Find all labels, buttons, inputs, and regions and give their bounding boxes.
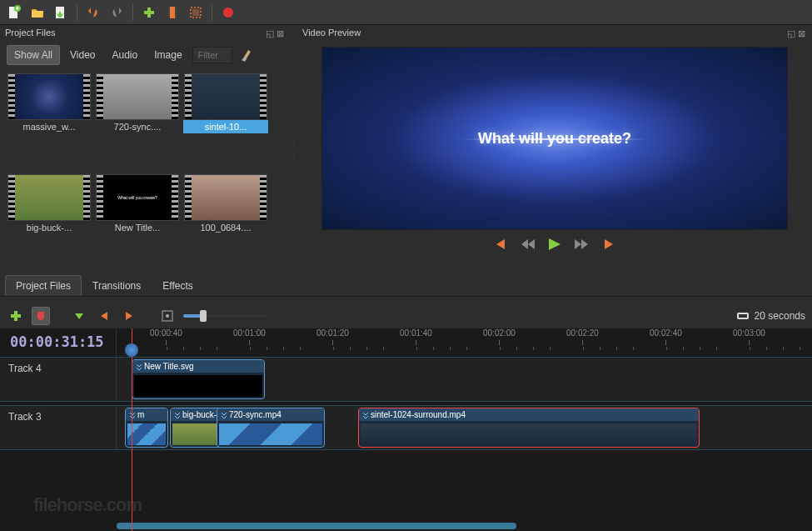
clip-thumb [134, 375, 262, 397]
save-file-button[interactable] [52, 3, 70, 22]
clear-filter-icon[interactable] [239, 47, 256, 63]
file-item[interactable]: 720-sync.... [95, 73, 180, 171]
project-files-header: Project Files ◱ ⊠ [0, 25, 291, 40]
file-item[interactable]: massive_w... [7, 73, 92, 171]
time-ruler[interactable]: 00:00:31:15 00:00:4000:01:0000:01:2000:0… [0, 328, 812, 357]
file-item[interactable]: What will you create? New Title... [95, 174, 180, 272]
file-thumbnail [7, 174, 91, 221]
snap-button[interactable] [32, 307, 50, 325]
filter-show-all[interactable]: Show All [7, 45, 60, 65]
undo-button[interactable] [84, 3, 102, 22]
file-item[interactable]: sintel-10... [183, 73, 268, 171]
watermark: filehorse.com [33, 494, 142, 516]
next-marker-button[interactable] [120, 307, 138, 325]
tab-effects[interactable]: Effects [152, 275, 203, 296]
main-split: Project Files ◱ ⊠ Show All Video Audio I… [0, 25, 812, 275]
file-item[interactable]: big-buck-... [7, 174, 92, 272]
file-label: sintel-10... [183, 120, 268, 133]
marker-button[interactable] [70, 307, 88, 325]
record-button[interactable] [219, 3, 237, 22]
close-icon[interactable]: ⊠ [276, 28, 286, 38]
timeline-clip[interactable]: 720-sync.mp4 [217, 408, 325, 448]
add-track-button[interactable] [7, 307, 25, 325]
drag-handle[interactable]: · · · · · · [0, 297, 812, 303]
time-mark: 00:01:00 [233, 328, 266, 338]
time-mark: 00:03:00 [733, 328, 765, 338]
timeline-toolbar: 20 seconds [0, 303, 812, 328]
track-header[interactable]: Track 4 [0, 358, 117, 401]
file-label: 100_0684.... [183, 221, 268, 234]
project-files-title: Project Files [5, 28, 56, 38]
redo-button[interactable] [107, 3, 126, 22]
add-button[interactable] [140, 3, 158, 22]
svg-rect-5 [175, 7, 177, 18]
file-thumbnail [184, 174, 267, 221]
clip-title: New Title.svg [132, 360, 264, 373]
jump-end-button[interactable] [600, 238, 616, 251]
crop-button[interactable] [187, 3, 205, 22]
playhead[interactable] [132, 328, 132, 531]
zoom-slider[interactable] [183, 314, 267, 318]
filter-input[interactable] [192, 47, 232, 63]
playback-controls [486, 230, 623, 258]
track-content[interactable]: New Title.svg [117, 358, 812, 401]
clip-thumb [127, 423, 166, 445]
track-header[interactable]: Track 3 [0, 406, 117, 449]
file-label: 720-sync.... [95, 120, 180, 133]
filter-image[interactable]: Image [147, 46, 188, 64]
time-mark: 00:01:20 [316, 328, 349, 338]
rewind-button[interactable] [520, 238, 536, 251]
timeline-scrollbar[interactable] [0, 521, 812, 531]
new-file-button[interactable] [5, 3, 23, 22]
file-label: big-buck-... [7, 221, 92, 234]
time-mark: 00:02:20 [566, 328, 599, 338]
jump-start-button[interactable] [493, 238, 510, 251]
svg-rect-12 [739, 314, 747, 318]
preview-video[interactable]: What will you create? [321, 47, 788, 230]
tab-transitions[interactable]: Transitions [82, 275, 152, 296]
video-preview-title: Video Preview [302, 28, 361, 38]
track-content[interactable]: m big-buck- 720-sync.mp4 sintel-1024-sur… [117, 406, 812, 449]
timeline-clip[interactable]: sintel-1024-surround.mp4 [358, 408, 700, 448]
file-label: massive_w... [7, 120, 92, 133]
preview-container: What will you create? [297, 40, 812, 275]
svg-point-10 [166, 314, 169, 318]
file-label: New Title... [95, 221, 180, 234]
zoom-label: 20 seconds [736, 310, 805, 322]
prev-marker-button[interactable] [95, 307, 113, 325]
filter-video[interactable]: Video [63, 46, 102, 64]
time-mark: 00:00:40 [150, 328, 182, 338]
detach-icon[interactable]: ◱ [266, 28, 275, 38]
file-thumbnail [184, 73, 267, 120]
svg-rect-4 [168, 7, 170, 18]
play-button[interactable] [546, 237, 563, 252]
filter-audio[interactable]: Audio [106, 46, 145, 64]
center-playhead-button[interactable] [158, 307, 177, 325]
track-row: Track 4 New Title.svg [0, 357, 812, 402]
zoom-time-icon [736, 310, 750, 322]
svg-rect-7 [192, 9, 199, 16]
time-mark: 00:02:00 [483, 328, 516, 338]
film-button[interactable] [163, 3, 182, 22]
current-time: 00:00:31:15 [0, 328, 117, 357]
main-toolbar [0, 0, 812, 25]
detach-icon[interactable]: ◱ [787, 28, 796, 38]
svg-point-8 [223, 8, 233, 18]
track-row: Track 3 m big-buck- 720-sync.mp4 sintel-… [0, 405, 812, 450]
file-thumbnail [96, 73, 179, 120]
video-preview-header: Video Preview ◱ ⊠ [297, 25, 812, 40]
tab-project-files[interactable]: Project Files [5, 275, 82, 296]
timeline: 00:00:31:15 00:00:4000:01:0000:01:2000:0… [0, 328, 812, 531]
file-thumbnail [7, 73, 91, 120]
fast-forward-button[interactable] [573, 238, 590, 251]
file-item[interactable]: 100_0684.... [183, 174, 268, 272]
close-icon[interactable]: ⊠ [798, 28, 807, 38]
clip-title: 720-sync.mp4 [217, 408, 324, 421]
open-file-button[interactable] [28, 3, 47, 22]
time-mark: 00:02:40 [650, 328, 682, 338]
clip-title: sintel-1024-surround.mp4 [359, 408, 699, 421]
file-grid: massive_w... 720-sync.... sintel-10... b… [0, 70, 291, 275]
clip-thumb [361, 423, 697, 445]
timeline-clip[interactable]: New Title.svg [132, 359, 265, 399]
project-files-panel: Project Files ◱ ⊠ Show All Video Audio I… [0, 25, 291, 275]
